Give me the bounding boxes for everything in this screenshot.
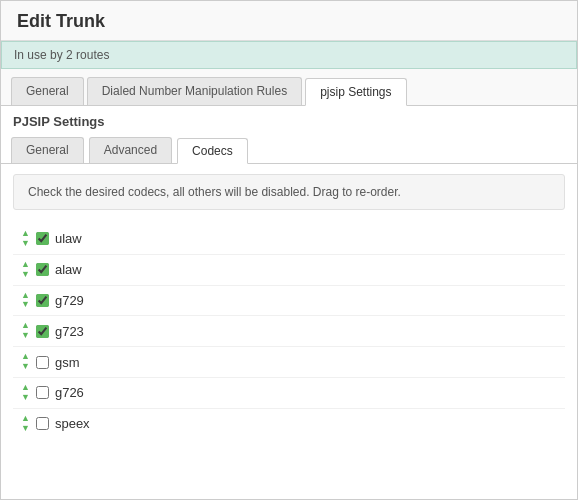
codec-checkbox-g729[interactable] xyxy=(36,294,49,307)
codec-label-alaw: alaw xyxy=(55,262,82,277)
page-header: Edit Trunk xyxy=(1,1,577,41)
subtab-advanced[interactable]: Advanced xyxy=(89,137,172,163)
page-container: Edit Trunk In use by 2 routes General Di… xyxy=(0,0,578,500)
codecs-info-text: Check the desired codecs, all others wil… xyxy=(28,185,401,199)
pjsip-section-title: PJSIP Settings xyxy=(1,106,577,133)
main-tabs: General Dialed Number Manipulation Rules… xyxy=(1,69,577,106)
codec-label-g729: g729 xyxy=(55,293,84,308)
drag-handle-gsm[interactable]: ▲▼ xyxy=(21,352,30,372)
sub-tabs: General Advanced Codecs xyxy=(1,133,577,164)
page-title: Edit Trunk xyxy=(17,11,105,31)
tab-general[interactable]: General xyxy=(11,77,84,105)
drag-handle-g726[interactable]: ▲▼ xyxy=(21,383,30,403)
codec-label-speex: speex xyxy=(55,416,90,431)
drag-handle-g729[interactable]: ▲▼ xyxy=(21,291,30,311)
drag-handle-alaw[interactable]: ▲▼ xyxy=(21,260,30,280)
codec-label-g726: g726 xyxy=(55,385,84,400)
codec-checkbox-alaw[interactable] xyxy=(36,263,49,276)
codec-checkbox-g726[interactable] xyxy=(36,386,49,399)
tab-dialed[interactable]: Dialed Number Manipulation Rules xyxy=(87,77,302,105)
codec-checkbox-ulaw[interactable] xyxy=(36,232,49,245)
drag-handle-ulaw[interactable]: ▲▼ xyxy=(21,229,30,249)
codec-item-speex[interactable]: ▲▼speex xyxy=(13,409,565,439)
info-bar: In use by 2 routes xyxy=(1,41,577,69)
codec-item-g726[interactable]: ▲▼g726 xyxy=(13,378,565,409)
codec-item-g729[interactable]: ▲▼g729 xyxy=(13,286,565,317)
tab-pjsip[interactable]: pjsip Settings xyxy=(305,78,406,106)
codec-item-alaw[interactable]: ▲▼alaw xyxy=(13,255,565,286)
codec-item-ulaw[interactable]: ▲▼ulaw xyxy=(13,224,565,255)
codec-checkbox-speex[interactable] xyxy=(36,417,49,430)
codecs-info-message: Check the desired codecs, all others wil… xyxy=(13,174,565,210)
subtab-general[interactable]: General xyxy=(11,137,84,163)
codec-item-gsm[interactable]: ▲▼gsm xyxy=(13,347,565,378)
codec-item-g723[interactable]: ▲▼g723 xyxy=(13,316,565,347)
drag-handle-g723[interactable]: ▲▼ xyxy=(21,321,30,341)
subtab-codecs[interactable]: Codecs xyxy=(177,138,248,164)
codec-label-gsm: gsm xyxy=(55,355,80,370)
codec-checkbox-gsm[interactable] xyxy=(36,356,49,369)
drag-handle-speex[interactable]: ▲▼ xyxy=(21,414,30,434)
codec-label-g723: g723 xyxy=(55,324,84,339)
info-bar-text: In use by 2 routes xyxy=(14,48,109,62)
codec-label-ulaw: ulaw xyxy=(55,231,82,246)
codec-list: ▲▼ulaw▲▼alaw▲▼g729▲▼g723▲▼gsm▲▼g726▲▼spe… xyxy=(13,220,565,442)
codec-checkbox-g723[interactable] xyxy=(36,325,49,338)
codecs-tab-content: Check the desired codecs, all others wil… xyxy=(1,164,577,452)
